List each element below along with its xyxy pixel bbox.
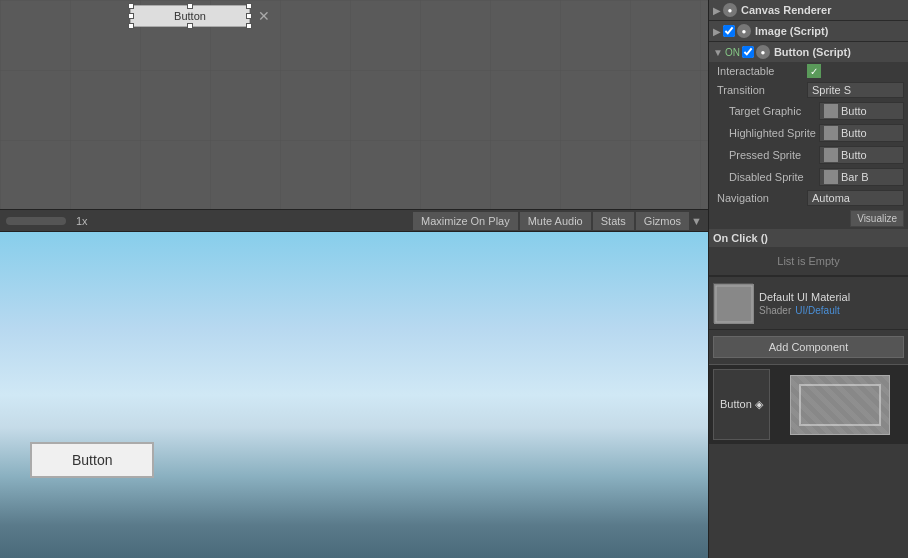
- highlighted-sprite-label: Highlighted Sprite: [729, 127, 819, 139]
- highlighted-sprite-thumb: [824, 126, 838, 140]
- disabled-sprite-row: Disabled Sprite Bar B: [709, 166, 908, 188]
- disabled-sprite-thumb: [824, 170, 838, 184]
- navigation-label: Navigation: [717, 192, 807, 204]
- navigation-row: Navigation Automa: [709, 188, 908, 208]
- pressed-sprite-label: Pressed Sprite: [729, 149, 819, 161]
- button-script-section: ▼ ON ● Button (Script) Interactable ✓ Tr…: [709, 42, 908, 277]
- list-empty-label: List is Empty: [709, 247, 908, 275]
- material-row: Default UI Material Shader UI/Default: [713, 283, 904, 323]
- svg-rect-0: [714, 284, 754, 324]
- target-graphic-label: Target Graphic: [729, 105, 819, 117]
- scene-grid: [0, 0, 708, 209]
- interactable-row: Interactable ✓: [709, 62, 908, 80]
- scene-button-preview[interactable]: Button: [130, 5, 250, 27]
- scene-button-label: Button: [174, 10, 206, 22]
- preview-strip-content: [776, 369, 904, 440]
- scene-view: Button ✕: [0, 0, 708, 210]
- game-button[interactable]: Button: [30, 442, 154, 478]
- mute-audio-button[interactable]: Mute Audio: [520, 212, 591, 230]
- target-graphic-value[interactable]: Butto: [819, 102, 904, 120]
- highlighted-sprite-row: Highlighted Sprite Butto: [709, 122, 908, 144]
- expand-arrow-button: ▼: [713, 47, 723, 58]
- scroll-bar[interactable]: [6, 217, 66, 225]
- transition-label: Transition: [717, 84, 807, 96]
- image-script-icon: ●: [737, 24, 751, 38]
- toolbar-right: Maximize On Play Mute Audio Stats Gizmos…: [413, 212, 702, 230]
- on-click-header: On Click (): [709, 229, 908, 247]
- preview-strip-label: Button ◈: [713, 369, 770, 440]
- inspector-panel: ▶ ● Canvas Renderer ▶ ● Image (Script) ▼…: [708, 0, 908, 558]
- on-click-section: On Click () List is Empty: [709, 229, 908, 276]
- material-section: Default UI Material Shader UI/Default: [709, 277, 908, 330]
- button-script-header[interactable]: ▼ ON ● Button (Script): [709, 42, 908, 62]
- pressed-sprite-thumb: [824, 148, 838, 162]
- pressed-sprite-value[interactable]: Butto: [819, 146, 904, 164]
- image-script-checkbox[interactable]: [723, 25, 735, 37]
- gizmos-dropdown-icon[interactable]: ▼: [691, 215, 702, 227]
- navigation-value[interactable]: Automa: [807, 190, 904, 206]
- game-toolbar: 1x Maximize On Play Mute Audio Stats Giz…: [0, 210, 708, 232]
- material-info: Default UI Material Shader UI/Default: [759, 291, 904, 316]
- transform-icon: ✕: [258, 8, 270, 24]
- image-script-section: ▶ ● Image (Script): [709, 21, 908, 42]
- canvas-renderer-icon: ●: [723, 3, 737, 17]
- material-name: Default UI Material: [759, 291, 904, 303]
- expand-arrow-image: ▶: [713, 26, 721, 37]
- canvas-renderer-title: Canvas Renderer: [741, 4, 904, 16]
- game-button-container: Button: [30, 442, 154, 478]
- canvas-renderer-header[interactable]: ▶ ● Canvas Renderer: [709, 0, 908, 20]
- pressed-sprite-row: Pressed Sprite Butto: [709, 144, 908, 166]
- highlighted-sprite-value[interactable]: Butto: [819, 124, 904, 142]
- toolbar-left: 1x: [6, 215, 94, 227]
- image-script-header[interactable]: ▶ ● Image (Script): [709, 21, 908, 41]
- maximize-on-play-button[interactable]: Maximize On Play: [413, 212, 518, 230]
- shader-row: Shader UI/Default: [759, 305, 904, 316]
- preview-sprite-thumbnail: [790, 375, 890, 435]
- transition-row: Transition Sprite S: [709, 80, 908, 100]
- nav-btn-row: Visualize: [709, 208, 908, 229]
- gizmos-button[interactable]: Gizmos: [636, 212, 689, 230]
- expand-arrow-canvas: ▶: [713, 5, 721, 16]
- shader-value[interactable]: UI/Default: [795, 305, 839, 316]
- game-view: Button: [0, 232, 708, 558]
- interactable-checkbox[interactable]: ✓: [807, 64, 821, 78]
- button-preview-area: Button ✕: [130, 5, 250, 27]
- disabled-sprite-value[interactable]: Bar B: [819, 168, 904, 186]
- zoom-indicator: 1x: [76, 215, 88, 227]
- button-script-icon: ●: [756, 45, 770, 59]
- image-script-title: Image (Script): [755, 25, 904, 37]
- material-preview-thumb[interactable]: [713, 283, 753, 323]
- stats-button[interactable]: Stats: [593, 212, 634, 230]
- button-on-indicator: ON: [725, 47, 740, 58]
- disabled-sprite-label: Disabled Sprite: [729, 171, 819, 183]
- button-script-checkbox[interactable]: [742, 46, 754, 58]
- canvas-renderer-section: ▶ ● Canvas Renderer: [709, 0, 908, 21]
- on-click-title: On Click (): [713, 232, 904, 244]
- visualize-button[interactable]: Visualize: [850, 210, 904, 227]
- add-component-button[interactable]: Add Component: [713, 336, 904, 358]
- button-script-title: Button (Script): [774, 46, 904, 58]
- shader-label: Shader: [759, 305, 791, 316]
- preview-strip: Button ◈: [709, 364, 908, 444]
- interactable-label: Interactable: [717, 65, 807, 77]
- target-graphic-thumb: [824, 104, 838, 118]
- transition-value[interactable]: Sprite S: [807, 82, 904, 98]
- target-graphic-row: Target Graphic Butto: [709, 100, 908, 122]
